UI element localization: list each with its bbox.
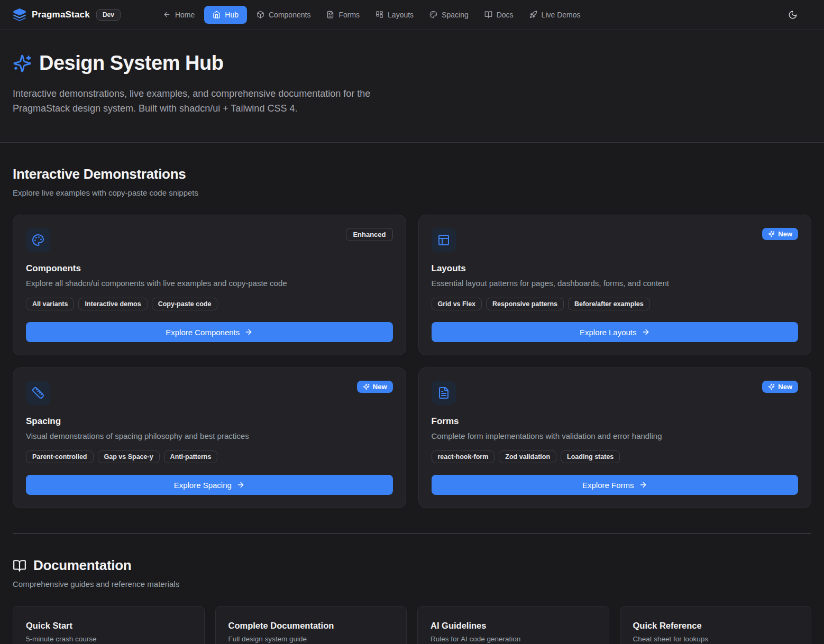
tag: Anti-patterns <box>164 450 218 463</box>
panels-icon <box>432 228 456 252</box>
nav-label: Components <box>269 11 310 19</box>
tag: Grid vs Flex <box>432 298 482 310</box>
doc-card-grid: Quick Start 5-minute crash course Comple… <box>13 606 811 644</box>
navbar: PragmaStack Dev Home Hub Components Form <box>0 0 824 30</box>
card-title: Spacing <box>26 416 393 427</box>
demos-section-head: Interactive Demonstrations Explore live … <box>13 166 811 197</box>
sparkles-icon <box>768 231 775 237</box>
layout-grid-icon <box>376 11 383 19</box>
ruler-icon <box>26 381 50 405</box>
card-description: Essential layout patterns for pages, das… <box>432 279 799 288</box>
demo-card-grid: Enhanced Components Explore all shadcn/u… <box>13 215 811 508</box>
main-nav: Home Hub Components Forms Layouts <box>157 6 587 24</box>
doc-card-description: Rules for AI code generation <box>431 635 596 643</box>
doc-card-description: Full design system guide <box>228 635 394 643</box>
file-text-icon <box>326 11 334 19</box>
tag: react-hook-form <box>432 450 495 463</box>
home-icon <box>213 11 221 19</box>
demo-card-components: Enhanced Components Explore all shadcn/u… <box>13 215 406 355</box>
status-badge: Enhanced <box>346 228 392 241</box>
arrow-right-icon <box>236 481 245 489</box>
demos-subheading: Explore live examples with copy-paste co… <box>13 188 811 197</box>
tag: Parent-controlled <box>26 450 94 463</box>
moon-icon <box>788 10 798 20</box>
status-badge: New <box>762 228 798 240</box>
file-text-icon <box>432 381 456 405</box>
nav-item-forms[interactable]: Forms <box>320 6 366 23</box>
sparkles-icon <box>768 383 775 390</box>
package-icon <box>257 11 264 19</box>
button-label: Explore Components <box>166 328 240 337</box>
demo-card-layouts: New Layouts Essential layout patterns fo… <box>418 215 812 355</box>
demo-card-forms: New Forms Complete form implementations … <box>418 367 812 508</box>
doc-card-complete-documentation[interactable]: Complete Documentation Full design syste… <box>215 606 407 644</box>
documentation-section-head: Documentation Comprehensive guides and r… <box>13 557 811 588</box>
arrow-right-icon <box>639 481 647 489</box>
palette-icon <box>429 11 437 19</box>
doc-card-ai-guidelines[interactable]: AI Guidelines Rules for AI code generati… <box>417 606 609 644</box>
book-open-icon <box>484 11 492 19</box>
explore-components-button[interactable]: Explore Components <box>26 322 393 342</box>
nav-item-live-demos[interactable]: Live Demos <box>523 6 587 23</box>
arrow-right-icon <box>642 328 650 336</box>
arrow-left-icon <box>163 11 171 19</box>
sparkles-icon <box>363 383 370 390</box>
nav-label: Forms <box>338 11 360 19</box>
tag: All variants <box>26 298 74 310</box>
nav-item-layouts[interactable]: Layouts <box>369 6 420 23</box>
brand[interactable]: PragmaStack <box>13 8 90 22</box>
nav-item-components[interactable]: Components <box>250 6 317 23</box>
explore-forms-button[interactable]: Explore Forms <box>432 475 799 495</box>
card-title: Layouts <box>432 263 799 274</box>
tag: Interactive demos <box>78 298 147 310</box>
arrow-right-icon <box>244 328 253 336</box>
tag: Responsive patterns <box>486 298 564 310</box>
tag: Copy-paste code <box>152 298 218 310</box>
badge-label: New <box>778 230 792 238</box>
card-title: Components <box>26 263 393 274</box>
nav-label: Home <box>175 11 195 19</box>
main-content: Interactive Demonstrations Explore live … <box>0 166 824 644</box>
env-badge: Dev <box>96 9 121 21</box>
tag: Gap vs Space-y <box>98 450 160 463</box>
section-divider <box>13 533 811 534</box>
nav-label: Live Demos <box>542 11 581 19</box>
nav-label: Docs <box>497 11 514 19</box>
doc-card-description: 5-minute crash course <box>26 635 191 643</box>
doc-card-title: Complete Documentation <box>228 621 394 631</box>
nav-label: Layouts <box>388 11 414 19</box>
nav-item-home[interactable]: Home <box>157 6 201 23</box>
page-title: Design System Hub <box>39 52 223 75</box>
tag: Before/after examples <box>568 298 650 310</box>
card-description: Complete form implementations with valid… <box>432 431 799 440</box>
theme-toggle-button[interactable] <box>784 6 802 24</box>
explore-layouts-button[interactable]: Explore Layouts <box>432 322 799 342</box>
hero-section: Design System Hub Interactive demonstrat… <box>0 30 824 143</box>
button-label: Explore Spacing <box>174 481 232 490</box>
doc-card-quick-start[interactable]: Quick Start 5-minute crash course <box>13 606 205 644</box>
demo-card-spacing: New Spacing Visual demonstrations of spa… <box>13 367 406 508</box>
tag: Zod validation <box>499 450 556 463</box>
book-open-icon <box>13 559 26 573</box>
sparkles-icon <box>13 54 32 73</box>
doc-card-quick-reference[interactable]: Quick Reference Cheat sheet for lookups <box>620 606 812 644</box>
rocket-icon <box>529 11 537 19</box>
status-badge: New <box>762 381 798 393</box>
explore-spacing-button[interactable]: Explore Spacing <box>26 475 393 495</box>
badge-label: New <box>373 383 387 391</box>
nav-item-hub[interactable]: Hub <box>204 6 247 24</box>
brand-name: PragmaStack <box>32 10 90 20</box>
nav-item-docs[interactable]: Docs <box>478 6 520 23</box>
page-description: Interactive demonstrations, live example… <box>13 86 404 116</box>
tag: Loading states <box>561 450 620 463</box>
documentation-heading: Documentation <box>33 557 131 574</box>
nav-label: Hub <box>225 11 239 19</box>
card-description: Visual demonstrations of spacing philoso… <box>26 431 393 440</box>
nav-item-spacing[interactable]: Spacing <box>423 6 475 23</box>
button-label: Explore Layouts <box>580 328 637 337</box>
doc-card-title: Quick Reference <box>633 621 799 631</box>
button-label: Explore Forms <box>582 481 634 490</box>
documentation-subheading: Comprehensive guides and reference mater… <box>13 579 811 588</box>
layers-logo-icon <box>13 8 26 22</box>
doc-card-title: AI Guidelines <box>431 621 596 631</box>
